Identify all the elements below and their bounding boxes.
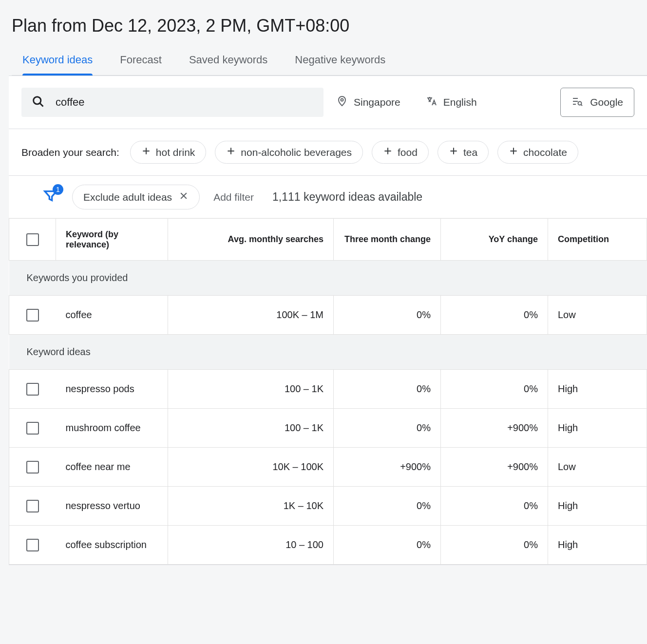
column-yoy[interactable]: YoY change [441, 219, 548, 261]
network-selector[interactable]: Google [560, 88, 634, 117]
row-checkbox[interactable] [26, 461, 39, 474]
broaden-label: Broaden your search: [21, 147, 119, 158]
search-row: Singapore English Google [9, 76, 647, 129]
tab-negative-keywords[interactable]: Negative keywords [295, 50, 385, 75]
cell-competition: High [548, 526, 647, 565]
cell-keyword: coffee subscription [56, 526, 168, 565]
cell-three-month: 0% [334, 296, 441, 335]
cell-three-month: 0% [334, 526, 441, 565]
keyword-table: Keyword (by relevance) Avg. monthly sear… [9, 218, 647, 565]
select-all-header [9, 219, 56, 261]
plus-icon [141, 146, 151, 158]
cell-competition: Low [548, 296, 647, 335]
cell-avg: 100 – 1K [168, 409, 334, 448]
row-checkbox[interactable] [26, 309, 39, 322]
table-row: mushroom coffee100 – 1K0%+900%High [9, 409, 647, 448]
applied-filter-label: Exclude adult ideas [83, 191, 172, 203]
plus-icon [226, 146, 236, 158]
cell-yoy: 0% [441, 487, 548, 526]
translate-icon [426, 95, 438, 110]
plus-icon [383, 146, 393, 158]
broaden-chip-non-alcoholic-beverages[interactable]: non-alcoholic beverages [215, 141, 363, 164]
cell-keyword: mushroom coffee [56, 409, 168, 448]
select-all-checkbox[interactable] [26, 233, 39, 246]
column-three-month[interactable]: Three month change [334, 219, 441, 261]
cell-yoy: 0% [441, 370, 548, 409]
cell-three-month: 0% [334, 409, 441, 448]
cell-three-month: 0% [334, 370, 441, 409]
cell-keyword: coffee near me [56, 448, 168, 487]
table-row: coffee near me10K – 100K+900%+900%Low [9, 448, 647, 487]
row-checkbox[interactable] [26, 422, 39, 435]
filter-icon-button[interactable]: 1 [43, 188, 58, 206]
table-row: nespresso vertuo1K – 10K0%0%High [9, 487, 647, 526]
page-title: Plan from Dec 12, 2023, 2 PM, GMT+08:00 [12, 16, 647, 36]
cell-keyword: nespresso pods [56, 370, 168, 409]
svg-point-6 [578, 101, 582, 105]
cell-competition: High [548, 487, 647, 526]
section-header: Keyword ideas [9, 335, 647, 370]
tabs: Keyword ideasForecastSaved keywordsNegat… [12, 50, 647, 76]
cell-yoy: +900% [441, 409, 548, 448]
cell-three-month: +900% [334, 448, 441, 487]
add-filter-button[interactable]: Add filter [213, 191, 254, 203]
tab-keyword-ideas[interactable]: Keyword ideas [22, 50, 93, 75]
location-icon [336, 95, 348, 110]
broaden-row: Broaden your search: hot drinknon-alcoho… [9, 129, 647, 175]
plus-icon [509, 146, 518, 158]
language-label: English [443, 96, 477, 108]
cell-avg: 1K – 10K [168, 487, 334, 526]
cell-avg: 10 – 100 [168, 526, 334, 565]
table-row: coffee100K – 1M0%0%Low [9, 296, 647, 335]
table-row: nespresso pods100 – 1K0%0%High [9, 370, 647, 409]
cell-competition: High [548, 409, 647, 448]
main-panel: Singapore English Google Broaden your se… [9, 76, 647, 565]
cell-avg: 10K – 100K [168, 448, 334, 487]
location-label: Singapore [354, 96, 400, 108]
search-settings-icon [571, 95, 583, 110]
filter-badge: 1 [53, 184, 63, 195]
column-competition[interactable]: Competition [548, 219, 647, 261]
broaden-chip-chocolate[interactable]: chocolate [497, 141, 578, 164]
cell-avg: 100K – 1M [168, 296, 334, 335]
cell-keyword: coffee [56, 296, 168, 335]
svg-point-2 [341, 98, 343, 101]
column-avg[interactable]: Avg. monthly searches [168, 219, 334, 261]
cell-three-month: 0% [334, 487, 441, 526]
cell-yoy: 0% [441, 526, 548, 565]
cell-avg: 100 – 1K [168, 370, 334, 409]
close-icon[interactable] [179, 191, 189, 203]
svg-line-7 [581, 104, 583, 106]
column-keyword[interactable]: Keyword (by relevance) [56, 219, 168, 261]
plus-icon [449, 146, 458, 158]
row-checkbox[interactable] [26, 383, 39, 396]
filter-row: 1 Exclude adult ideas Add filter 1,111 k… [9, 175, 647, 218]
cell-yoy: 0% [441, 296, 548, 335]
tab-saved-keywords[interactable]: Saved keywords [189, 50, 267, 75]
row-checkbox[interactable] [26, 500, 39, 512]
search-icon [31, 95, 45, 111]
search-box[interactable] [21, 88, 324, 117]
cell-competition: High [548, 370, 647, 409]
broaden-chip-tea[interactable]: tea [438, 141, 489, 164]
cell-competition: Low [548, 448, 647, 487]
broaden-chip-food[interactable]: food [372, 141, 429, 164]
network-label: Google [590, 96, 623, 108]
language-selector[interactable]: English [413, 95, 490, 110]
cell-keyword: nespresso vertuo [56, 487, 168, 526]
cell-yoy: +900% [441, 448, 548, 487]
row-checkbox[interactable] [26, 539, 39, 551]
tab-forecast[interactable]: Forecast [120, 50, 162, 75]
svg-point-0 [34, 96, 41, 104]
filter-icon [43, 196, 58, 206]
ideas-count: 1,111 keyword ideas available [272, 190, 422, 204]
svg-line-1 [40, 103, 43, 106]
table-row: coffee subscription10 – 1000%0%High [9, 526, 647, 565]
search-input[interactable] [55, 95, 314, 109]
broaden-chip-hot-drink[interactable]: hot drink [130, 141, 207, 164]
section-header: Keywords you provided [9, 261, 647, 296]
location-selector[interactable]: Singapore [324, 95, 413, 110]
applied-filter-chip[interactable]: Exclude adult ideas [72, 185, 200, 209]
